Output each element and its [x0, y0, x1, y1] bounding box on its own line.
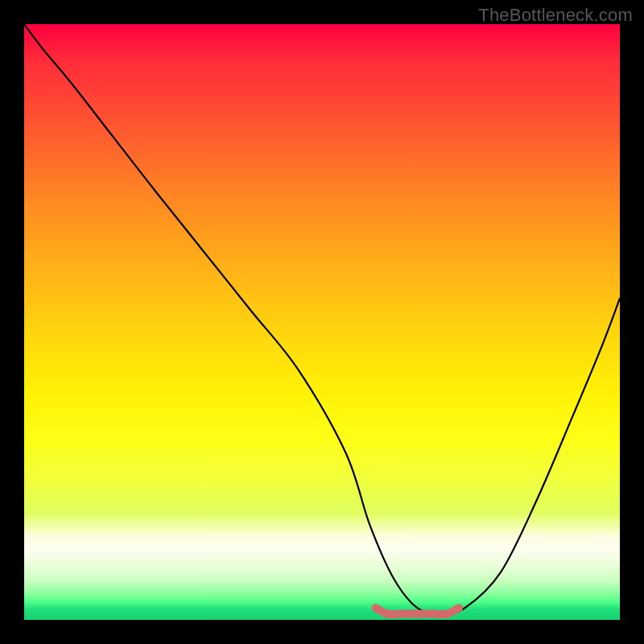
- bottleneck-curve: [24, 24, 620, 620]
- curve-path: [24, 24, 620, 614]
- chart-frame: TheBottleneck.com: [0, 0, 644, 644]
- watermark-text: TheBottleneck.com: [478, 5, 633, 26]
- plot-area: [24, 24, 620, 620]
